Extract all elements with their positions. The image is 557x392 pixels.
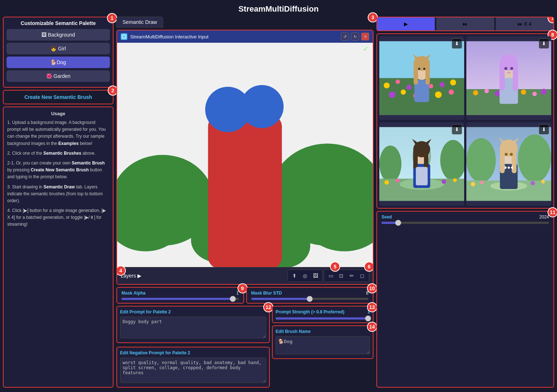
edit-neg-prompt-textarea[interactable]: worst quality, normal quality, bad anato… — [120, 358, 266, 383]
svg-point-1 — [123, 36, 125, 38]
tool-target[interactable]: ◎ — [300, 271, 310, 280]
tool-upload[interactable]: ⬆ — [290, 271, 299, 280]
tool-eraser[interactable]: ◻ — [358, 271, 367, 280]
mask-blur-thumb[interactable] — [307, 296, 313, 302]
prompt-right: 13 Prompt Strength (> 0.8 Preferred) 1 — [272, 306, 374, 388]
badge-5: 5 — [330, 262, 340, 272]
app-title: StreamMultiDiffusion — [0, 0, 557, 17]
svg-point-41 — [521, 89, 526, 95]
middle-panel: 3 Semantic Draw StreamMultiDiffusion Int… — [116, 17, 374, 388]
create-brush-btn[interactable]: Create New Semantic Brush — [3, 90, 114, 104]
canvas-titlebar: StreamMultiDiffusion Interactive Input ↺… — [117, 30, 373, 43]
svg-point-11 — [240, 85, 284, 128]
svg-point-59 — [384, 180, 389, 184]
canvas-icon — [121, 33, 127, 40]
svg-point-54 — [379, 146, 401, 183]
seed-thumb[interactable] — [395, 220, 401, 226]
generation-buttons: 7 ▶ ⏭ ⏭ X 4 — [376, 17, 554, 31]
refresh-btn[interactable]: ↺ — [341, 33, 349, 41]
download-btn-1[interactable]: ⬇ — [452, 38, 462, 49]
gen-btn-play[interactable]: ▶ — [377, 17, 435, 30]
svg-point-19 — [440, 82, 445, 87]
svg-point-74 — [466, 138, 496, 182]
restore-btn[interactable]: ↻ — [351, 33, 359, 41]
svg-point-22 — [401, 89, 406, 95]
tools-wrapper: 5 6 ⬆ ◎ 🖼 ▭ ⊡ ✏ ◻ — [288, 270, 369, 282]
brush-name-box: 14 Edit Brush Name 🐕Dog — [272, 325, 374, 359]
prompt-col: 12 Edit Prompt for Palette 2 Doggy body … — [116, 306, 270, 388]
palette-btn-dog[interactable]: 🐕Dog — [7, 57, 110, 68]
edit-prompt-textarea[interactable]: Doggy body part — [120, 317, 266, 338]
seed-value: 2024 — [539, 214, 549, 220]
tool-pen[interactable]: ✏ — [347, 271, 356, 280]
mask-blur-track[interactable] — [251, 298, 369, 300]
strength-fill — [276, 317, 368, 320]
palette-btn-garden[interactable]: 🌺 Garden — [7, 70, 110, 82]
layers-wrapper: 4 Layers ▶ — [121, 273, 141, 279]
usage-text: 1. Upload a background image. A backgrou… — [7, 119, 109, 228]
svg-rect-48 — [513, 62, 518, 91]
prompt-strength-box: 13 Prompt Strength (> 0.8 Preferred) 1 — [272, 306, 374, 323]
create-brush-wrapper: 2 Create New Semantic Brush — [3, 90, 114, 104]
mask-alpha-box: 9 Mask Alpha 1 — [116, 287, 244, 304]
sliders-row: 9 Mask Alpha 1 10 Mask Blur STD 8 — [116, 287, 374, 304]
image-cell-4: ⬇ — [466, 122, 551, 206]
gen-btn-single[interactable]: ⏭ — [436, 17, 494, 30]
brush-name-input[interactable]: 🐕Dog — [276, 336, 370, 354]
tool-rect[interactable]: ▭ — [326, 271, 335, 280]
strength-thumb[interactable] — [365, 316, 371, 321]
svg-point-71 — [423, 154, 426, 157]
svg-point-51 — [504, 67, 507, 70]
canvas-titlebar-left: StreamMultiDiffusion Interactive Input — [121, 33, 209, 40]
mask-alpha-fill — [121, 298, 233, 300]
check-mark: ✓ — [363, 45, 368, 53]
svg-rect-34 — [414, 63, 418, 85]
svg-point-42 — [532, 92, 537, 96]
main-layout: 1 Customizable Semantic Palette 🖼 Backgr… — [0, 17, 557, 391]
gen-btn-batch[interactable]: ⏭ X 4 — [496, 17, 553, 30]
svg-rect-35 — [425, 63, 430, 85]
palette-btn-girl[interactable]: 👧 Girl — [7, 43, 110, 54]
prompt-row: 12 Edit Prompt for Palette 2 Doggy body … — [116, 306, 374, 388]
download-btn-4[interactable]: ⬇ — [539, 124, 549, 134]
mask-blur-header: Mask Blur STD 8 — [251, 291, 369, 296]
canvas-svg — [117, 43, 373, 267]
badge-10: 10 — [367, 283, 377, 293]
mask-blur-label: Mask Blur STD — [251, 291, 282, 296]
mask-alpha-thumb[interactable] — [230, 296, 236, 302]
svg-rect-67 — [424, 149, 428, 169]
canvas-window-title: StreamMultiDiffusion Interactive Input — [130, 34, 209, 39]
strength-track[interactable] — [276, 317, 370, 320]
canvas-draw-area[interactable] — [117, 43, 373, 267]
app-container: StreamMultiDiffusion 1 Customizable Sema… — [0, 0, 557, 391]
left-panel: 1 Customizable Semantic Palette 🖼 Backgr… — [3, 17, 114, 388]
tool-image[interactable]: 🖼 — [311, 271, 320, 280]
svg-point-14 — [384, 83, 389, 88]
svg-point-26 — [449, 89, 454, 95]
image-svg-3 — [379, 122, 464, 206]
mask-alpha-track[interactable] — [121, 298, 239, 300]
svg-rect-66 — [413, 149, 418, 169]
seed-track[interactable] — [381, 222, 549, 224]
svg-point-33 — [423, 68, 425, 70]
image-1 — [379, 36, 464, 120]
download-btn-3[interactable]: ⬇ — [452, 124, 462, 134]
svg-point-43 — [541, 89, 547, 95]
semantic-draw-tab[interactable]: Semantic Draw — [116, 17, 163, 28]
badge-11: 11 — [548, 207, 557, 217]
svg-point-62 — [453, 178, 457, 182]
close-btn[interactable]: ✕ — [361, 33, 369, 41]
tool-crop[interactable]: ⊡ — [337, 271, 346, 280]
palette-title: Customizable Semantic Palette — [7, 20, 110, 26]
edit-prompt-box: 12 Edit Prompt for Palette 2 Doggy body … — [116, 306, 270, 343]
badge-13: 13 — [367, 302, 377, 312]
download-btn-2[interactable]: ⬇ — [539, 38, 549, 49]
svg-point-52 — [510, 67, 513, 70]
svg-point-79 — [480, 180, 484, 184]
palette-btn-background[interactable]: 🖼 Background — [7, 29, 110, 41]
svg-point-16 — [406, 85, 411, 90]
seed-box: 11 Seed 2024 — [376, 211, 554, 388]
image-cell-1: ⬇ — [379, 36, 464, 120]
svg-rect-86 — [512, 147, 516, 173]
seed-header: Seed 2024 — [381, 214, 549, 220]
